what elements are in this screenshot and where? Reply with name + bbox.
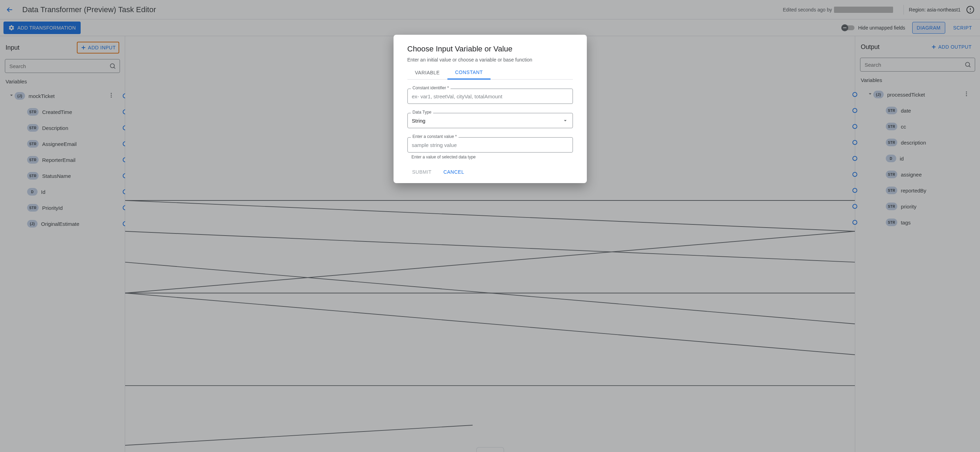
submit-button[interactable]: SUBMIT	[412, 167, 433, 177]
field-label: assignee	[901, 171, 921, 178]
field-label: date	[901, 108, 911, 114]
type-chip: STR	[886, 171, 897, 178]
input-port[interactable]	[853, 140, 857, 145]
input-root-node[interactable]: {J} mockTicket	[0, 88, 125, 104]
svg-line-9	[125, 232, 855, 262]
input-search[interactable]	[5, 59, 120, 73]
field-label: priority	[901, 204, 916, 209]
svg-point-3	[110, 63, 115, 68]
region-label: Region: asia-northeast1	[909, 7, 961, 13]
input-port[interactable]	[853, 92, 857, 97]
constant-identifier-label: Constant identifier *	[411, 86, 451, 90]
svg-point-4	[111, 93, 112, 94]
output-panel: Output ADD OUTPUT Variables {J} processe…	[855, 36, 980, 452]
input-field-node[interactable]: STRReporterEmail	[0, 152, 125, 168]
svg-point-19	[966, 95, 967, 96]
input-search-field[interactable]	[5, 63, 119, 69]
diagram-tab[interactable]: DIAGRAM	[912, 22, 945, 34]
data-type-select[interactable]: String	[407, 113, 573, 128]
constant-value-input[interactable]	[407, 137, 573, 152]
field-label: tags	[901, 220, 910, 225]
output-field-node[interactable]: STRcc	[855, 119, 980, 135]
field-label: AssigneeEmail	[42, 141, 76, 147]
constant-identifier-input[interactable]	[407, 89, 573, 104]
type-chip-json: {J}	[14, 92, 25, 100]
back-arrow-icon[interactable]	[6, 6, 14, 14]
input-field-node[interactable]: STRDescription	[0, 120, 125, 136]
type-chip-json: {J}	[873, 91, 884, 98]
svg-point-16	[966, 62, 970, 67]
output-root-label: processedTicket	[887, 92, 925, 98]
search-icon	[964, 61, 971, 68]
output-variables-label: Variables	[855, 75, 980, 87]
edited-by: Edited seconds ago by	[783, 6, 893, 13]
caret-down-icon[interactable]	[867, 91, 873, 98]
caret-down-icon[interactable]	[8, 92, 14, 100]
input-port[interactable]	[853, 124, 857, 129]
constant-identifier-field: Constant identifier *	[407, 89, 573, 104]
chevron-down-icon	[562, 117, 568, 124]
output-tree: {J} processedTicket STRdate STRcc STRdes…	[855, 87, 980, 237]
add-transformation-button[interactable]: ADD TRANSFORMATION	[3, 22, 81, 34]
script-tab[interactable]: SCRIPT	[949, 22, 977, 34]
field-label: cc	[901, 124, 906, 130]
type-chip: STR	[886, 187, 897, 194]
kebab-icon[interactable]	[108, 92, 115, 100]
output-field-node[interactable]: STRdescription	[855, 135, 980, 151]
output-search[interactable]	[860, 58, 975, 71]
add-input-button[interactable]: ADD INPUT	[77, 42, 119, 54]
svg-point-18	[966, 94, 967, 95]
action-bar: ADD TRANSFORMATION Hide unmapped fields …	[0, 19, 980, 36]
cancel-button[interactable]: CANCEL	[442, 167, 465, 177]
svg-point-6	[111, 97, 112, 98]
data-type-value: String	[412, 118, 425, 124]
add-transformation-label: ADD TRANSFORMATION	[18, 25, 76, 30]
field-label: CreatedTime	[42, 109, 72, 115]
tab-variable[interactable]: VARIABLE	[407, 66, 447, 79]
input-field-node[interactable]: STRCreatedTime	[0, 104, 125, 120]
type-chip: STR	[886, 203, 897, 210]
input-field-node[interactable]: DId	[0, 184, 125, 200]
input-field-node[interactable]: STRAssigneeEmail	[0, 136, 125, 152]
data-type-field: Data Type String	[407, 113, 573, 128]
input-port[interactable]	[853, 188, 857, 193]
output-field-node[interactable]: STRtags	[855, 214, 980, 230]
output-field-node[interactable]: STRpriority	[855, 198, 980, 214]
input-port[interactable]	[853, 220, 857, 225]
output-field-node[interactable]: Did	[855, 151, 980, 167]
type-chip: STR	[27, 204, 38, 212]
hide-unmapped-toggle[interactable]: Hide unmapped fields	[842, 24, 905, 31]
type-chip: D	[27, 188, 38, 196]
gear-icon	[8, 25, 14, 31]
type-chip: D	[886, 155, 896, 162]
constant-value-label: Enter a constant value *	[411, 134, 458, 139]
add-output-button[interactable]: ADD OUTPUT	[928, 42, 974, 52]
bottom-drawer-handle[interactable]	[476, 447, 504, 452]
input-port[interactable]	[853, 108, 857, 113]
input-tree: {J} mockTicket STRCreatedTime STRDescrip…	[0, 88, 125, 239]
type-chip: STR	[27, 156, 38, 163]
input-port[interactable]	[853, 172, 857, 177]
field-label: OriginalEstimate	[41, 221, 79, 227]
type-chip: STR	[27, 108, 38, 116]
help-icon[interactable]	[966, 6, 974, 14]
input-port[interactable]	[853, 156, 857, 161]
output-field-node[interactable]: STRdate	[855, 103, 980, 119]
kebab-icon[interactable]	[963, 91, 970, 98]
output-root-node[interactable]: {J} processedTicket	[855, 87, 980, 103]
input-port[interactable]	[853, 204, 857, 209]
add-input-label: ADD INPUT	[88, 45, 116, 51]
output-field-node[interactable]: STRassignee	[855, 167, 980, 182]
input-field-node[interactable]: STRStatusName	[0, 168, 125, 184]
modal-tabs: VARIABLE CONSTANT	[407, 66, 573, 79]
input-field-node[interactable]: STRPriorityId	[0, 200, 125, 216]
hide-unmapped-label: Hide unmapped fields	[858, 25, 905, 30]
output-field-node[interactable]: STRreportedBy	[855, 182, 980, 198]
svg-line-13	[125, 293, 855, 355]
output-heading: Output	[861, 43, 880, 51]
output-search-field[interactable]	[861, 62, 975, 68]
svg-line-15	[125, 425, 473, 446]
toggle-switch[interactable]	[842, 24, 854, 31]
tab-constant[interactable]: CONSTANT	[447, 66, 490, 79]
input-field-node[interactable]: {J}OriginalEstimate	[0, 216, 125, 232]
